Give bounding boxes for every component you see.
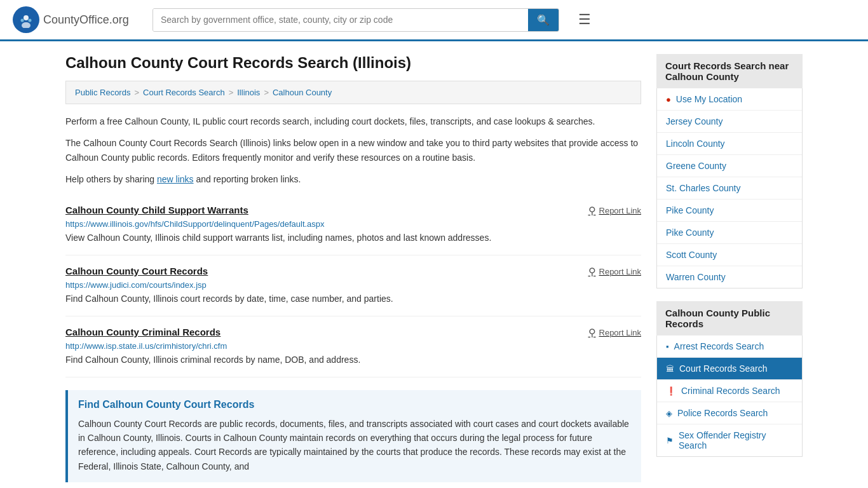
report-link-court-records[interactable]: ⚲ Report Link bbox=[588, 266, 641, 278]
sidebar-public-records-list: ▪ Arrest Records Search 🏛 Court Records … bbox=[656, 336, 803, 457]
result-link-criminal-records[interactable]: Calhoun County Criminal Records bbox=[65, 327, 220, 337]
breadcrumb: Public Records > Court Records Search > … bbox=[65, 81, 641, 104]
sidebar-item-lincoln-county[interactable]: Lincoln County bbox=[657, 133, 802, 155]
sidebar-item-use-location[interactable]: ● Use My Location bbox=[657, 88, 802, 111]
sidebar-item-st-charles-county[interactable]: St. Charles County bbox=[657, 177, 802, 200]
report-icon-2: ⚲ bbox=[588, 266, 596, 278]
result-item-criminal-records: Calhoun County Criminal Records ⚲ Report… bbox=[65, 316, 641, 377]
court-records-icon: 🏛 bbox=[666, 364, 674, 374]
header: CountyOffice.org 🔍 ☰ bbox=[0, 0, 868, 41]
result-link-child-support[interactable]: Calhoun County Child Support Warrants bbox=[65, 205, 248, 215]
sidebar-item-warren-county[interactable]: Warren County bbox=[657, 266, 802, 288]
result-url-court-records: https://www.judici.com/courts/index.jsp bbox=[65, 280, 641, 290]
result-title-criminal-records: Calhoun County Criminal Records ⚲ Report… bbox=[65, 327, 641, 339]
svg-point-4 bbox=[29, 19, 32, 22]
report-icon-3: ⚲ bbox=[588, 327, 596, 339]
sidebar: Court Records Search near Calhoun County… bbox=[656, 54, 803, 482]
search-input[interactable] bbox=[153, 9, 528, 31]
breadcrumb-court-records-search[interactable]: Court Records Search bbox=[143, 88, 225, 97]
criminal-records-icon: ❗ bbox=[666, 386, 676, 396]
page-title: Calhoun County Court Records Search (Ill… bbox=[65, 54, 641, 72]
sidebar-item-court-records-search[interactable]: 🏛 Court Records Search bbox=[657, 358, 802, 380]
logo-icon bbox=[13, 6, 39, 33]
use-my-location-link[interactable]: ● Use My Location bbox=[657, 88, 802, 110]
result-url-child-support: https://www.illinois.gov/hfs/ChildSuppor… bbox=[65, 219, 641, 229]
report-link-criminal-records[interactable]: ⚲ Report Link bbox=[588, 327, 641, 339]
svg-point-1 bbox=[24, 15, 29, 20]
find-section-text: Calhoun County Court Records are public … bbox=[78, 417, 631, 474]
search-button[interactable]: 🔍 bbox=[528, 9, 559, 31]
result-link-court-records[interactable]: Calhoun County Court Records bbox=[65, 266, 208, 276]
find-section-title: Find Calhoun County Court Records bbox=[78, 399, 631, 410]
description-2: The Calhoun County Court Records Search … bbox=[65, 136, 641, 165]
result-item-child-support: Calhoun County Child Support Warrants ⚲ … bbox=[65, 194, 641, 255]
location-icon: ● bbox=[666, 95, 671, 104]
report-link-child-support[interactable]: ⚲ Report Link bbox=[588, 205, 641, 217]
breadcrumb-illinois[interactable]: Illinois bbox=[237, 88, 260, 97]
result-desc-child-support: View Calhoun County, Illinois child supp… bbox=[65, 231, 641, 245]
result-url-criminal-records: http://www.isp.state.il.us/crimhistory/c… bbox=[65, 341, 641, 351]
sidebar-nearby-section: Court Records Search near Calhoun County… bbox=[656, 54, 803, 288]
result-desc-criminal-records: Find Calhoun County, Illinois criminal r… bbox=[65, 353, 641, 367]
description-1: Perform a free Calhoun County, IL public… bbox=[65, 114, 641, 128]
sidebar-nearby-header: Court Records Search near Calhoun County bbox=[656, 54, 803, 88]
description-3: Help others by sharing new links and rep… bbox=[65, 172, 641, 186]
result-item-court-records: Calhoun County Court Records ⚲ Report Li… bbox=[65, 255, 641, 316]
hamburger-menu-icon[interactable]: ☰ bbox=[578, 11, 591, 28]
sidebar-public-records-header: Calhoun County Public Records bbox=[656, 301, 803, 336]
content-area: Calhoun County Court Records Search (Ill… bbox=[65, 54, 641, 482]
sidebar-item-police-records-search[interactable]: ◈ Police Records Search bbox=[657, 402, 802, 424]
sidebar-item-sex-offender-registry[interactable]: ⚑ Sex Offender Registry Search bbox=[657, 424, 802, 456]
sex-offender-icon: ⚑ bbox=[666, 436, 674, 445]
svg-point-3 bbox=[21, 19, 24, 22]
sidebar-item-greene-county[interactable]: Greene County bbox=[657, 155, 802, 177]
new-links-link[interactable]: new links bbox=[157, 174, 194, 184]
search-bar: 🔍 bbox=[153, 8, 559, 32]
logo[interactable]: CountyOffice.org bbox=[13, 6, 140, 33]
result-title-child-support: Calhoun County Child Support Warrants ⚲ … bbox=[65, 205, 641, 217]
sidebar-public-records-section: Calhoun County Public Records ▪ Arrest R… bbox=[656, 301, 803, 457]
report-icon: ⚲ bbox=[588, 205, 596, 217]
breadcrumb-public-records[interactable]: Public Records bbox=[75, 88, 130, 97]
result-title-court-records: Calhoun County Court Records ⚲ Report Li… bbox=[65, 266, 641, 278]
sidebar-item-scott-county[interactable]: Scott County bbox=[657, 244, 802, 266]
sidebar-item-criminal-records-search[interactable]: ❗ Criminal Records Search bbox=[657, 380, 802, 402]
police-records-icon: ◈ bbox=[666, 409, 672, 418]
main-container: Calhoun County Court Records Search (Ill… bbox=[53, 41, 815, 488]
find-section: Find Calhoun County Court Records Calhou… bbox=[65, 390, 641, 483]
logo-text: CountyOffice.org bbox=[43, 13, 129, 27]
sidebar-item-pike-county-2[interactable]: Pike County bbox=[657, 222, 802, 244]
sidebar-nearby-list: ● Use My Location Jersey County Lincoln … bbox=[656, 88, 803, 288]
sidebar-item-jersey-county[interactable]: Jersey County bbox=[657, 111, 802, 133]
sidebar-item-arrest-records[interactable]: ▪ Arrest Records Search bbox=[657, 336, 802, 358]
arrest-records-icon: ▪ bbox=[666, 342, 669, 351]
sidebar-item-pike-county-1[interactable]: Pike County bbox=[657, 200, 802, 222]
breadcrumb-calhoun-county[interactable]: Calhoun County bbox=[273, 88, 332, 97]
result-desc-court-records: Find Calhoun County, Illinois court reco… bbox=[65, 292, 641, 306]
